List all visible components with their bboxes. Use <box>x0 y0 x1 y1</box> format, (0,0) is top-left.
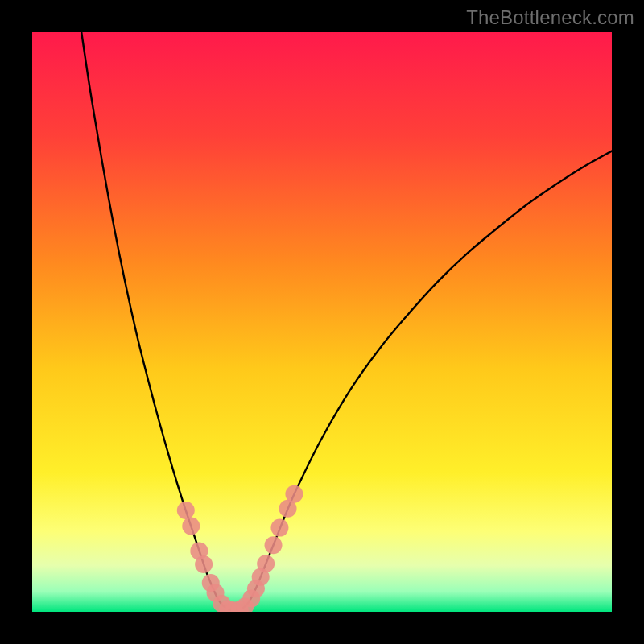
gradient-background <box>32 32 612 612</box>
highlight-dot <box>265 536 283 554</box>
highlight-dot <box>182 517 200 535</box>
bottleneck-chart <box>32 32 612 612</box>
plot-area <box>32 32 612 612</box>
chart-frame: TheBottleneck.com <box>0 0 644 644</box>
watermark-text: TheBottleneck.com <box>466 6 634 29</box>
highlight-dot <box>270 519 288 537</box>
highlight-dot <box>195 555 213 573</box>
highlight-dot <box>257 555 275 572</box>
highlight-dot <box>177 502 195 519</box>
highlight-dot <box>285 485 303 503</box>
